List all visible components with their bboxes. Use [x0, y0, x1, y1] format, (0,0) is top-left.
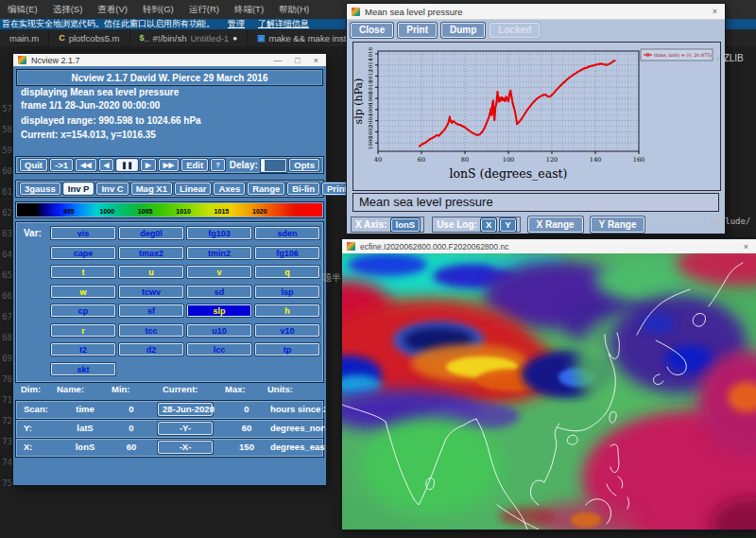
y-range-button[interactable]: Y Range: [591, 217, 645, 233]
menu-item-5[interactable]: 终端(T): [227, 4, 271, 16]
var-button-lsp[interactable]: lsp: [255, 286, 319, 298]
transport-help-button[interactable]: ?: [211, 159, 225, 171]
plot-locked-button[interactable]: Locked: [490, 23, 540, 38]
var-button-tmax2[interactable]: tmax2: [119, 247, 183, 259]
maximize-icon[interactable]: □: [295, 56, 300, 65]
variable-grid: visdeg0lfg103sdencapetmax2tmin2fg106tuvq…: [51, 227, 319, 375]
var-button-u10[interactable]: u10: [187, 324, 251, 337]
transport-quit-button[interactable]: Quit: [20, 159, 47, 171]
var-button-deg0l[interactable]: deg0l: [119, 227, 183, 239]
plot-close-button[interactable]: Close: [351, 23, 393, 38]
transport-fast-forward-button[interactable]: ▶▶: [159, 159, 180, 171]
var-button-sden[interactable]: sden: [255, 227, 319, 239]
map-app-icon: [347, 242, 355, 251]
3gauss-button[interactable]: 3gauss: [20, 182, 60, 195]
log-x-button[interactable]: X: [481, 218, 496, 232]
dim-current-button-time[interactable]: 28-Jun-2020: [158, 403, 213, 416]
plot-content: ClosePrintDumpLocked 4060801001201401601…: [347, 19, 725, 234]
range-button[interactable]: Range: [248, 182, 284, 195]
var-button-t2[interactable]: t2: [51, 343, 115, 356]
menu-item-6[interactable]: 帮助(H): [271, 4, 317, 16]
transport-step-forward-button[interactable]: ▶: [141, 159, 156, 171]
colorbar-gradient[interactable]: 99510001005101010151020: [17, 203, 322, 217]
minimize-icon[interactable]: —: [273, 56, 282, 65]
svg-text:100: 100: [503, 156, 514, 164]
svg-text:80: 80: [461, 156, 469, 164]
var-button-d2[interactable]: d2: [119, 343, 183, 356]
ncview-options-row: 3gaussInv PInv CMag X1LinearAxesRangeBi-…: [15, 180, 324, 198]
explorer-item-zlib[interactable]: › ZLIB: [716, 50, 756, 65]
var-button-lcc[interactable]: lcc: [187, 343, 251, 356]
svg-text:40: 40: [374, 156, 382, 164]
matlab-file-icon: C: [59, 33, 65, 43]
var-button-t[interactable]: t: [51, 266, 115, 278]
menu-item-4[interactable]: 运行(R): [181, 4, 227, 16]
x-axis-dim-button[interactable]: lonS: [391, 218, 421, 232]
dim-header-4: Max:: [225, 384, 246, 394]
dim-row-latS: Y:latS060degrees_nort-Y-: [15, 419, 324, 439]
dim-current-button-lonS[interactable]: -X-: [158, 441, 213, 454]
close-icon[interactable]: ×: [713, 7, 717, 16]
var-button-tcwv[interactable]: tcwv: [119, 286, 183, 298]
var-button-cp[interactable]: cp: [51, 304, 115, 317]
menu-item-1[interactable]: 选择(S): [45, 4, 91, 16]
slp-field-map[interactable]: [342, 253, 756, 529]
line-number: 58: [0, 119, 12, 140]
tab-main-m[interactable]: main.m: [0, 29, 49, 46]
axes-button[interactable]: Axes: [214, 182, 245, 195]
close-icon[interactable]: ×: [314, 56, 318, 65]
menu-item-2[interactable]: 查看(V): [90, 4, 135, 16]
transport-step-back-button[interactable]: ◀: [99, 159, 114, 171]
mag-x1-button[interactable]: Mag X1: [131, 182, 172, 195]
ncview-current-line: Current: x=154.013, y=1016.35: [21, 130, 322, 141]
dim-current-button-latS[interactable]: -Y-: [158, 422, 213, 435]
bi-lin-button[interactable]: Bi-lin: [287, 182, 319, 195]
var-button-cape[interactable]: cape: [51, 247, 115, 259]
var-button-v[interactable]: v: [187, 266, 251, 278]
log-y-button[interactable]: Y: [500, 218, 515, 232]
editor-text-fragment: 题半: [322, 271, 341, 285]
plot-window-title: Mean sea level pressure: [365, 7, 463, 17]
line-number: 61: [0, 182, 12, 202]
var-button-tp[interactable]: tp: [255, 343, 319, 356]
var-button-v10[interactable]: v10: [255, 324, 319, 337]
transport-pause-button[interactable]: ❚❚: [116, 159, 138, 171]
linear-button[interactable]: Linear: [175, 182, 212, 195]
var-button-r[interactable]: r: [51, 324, 115, 337]
transport-edit-button[interactable]: Edit: [181, 159, 208, 171]
var-button-sd[interactable]: sd: [187, 286, 251, 298]
var-button-q[interactable]: q: [255, 266, 319, 278]
var-button-tcc[interactable]: tcc: [119, 324, 183, 337]
delay-input[interactable]: [261, 159, 287, 172]
ncview-title-bar[interactable]: Ncview 2.1.7 — □ ×: [13, 54, 326, 67]
var-button-vis[interactable]: vis: [51, 227, 115, 239]
var-button-tmin2[interactable]: tmin2: [187, 247, 251, 259]
inv-c-button[interactable]: Inv C: [96, 182, 128, 195]
map-title-bar[interactable]: ecfine.I2020062800.000.F2020062800.nc ×: [342, 239, 756, 254]
plot-subtitle: Mean sea level pressure: [352, 193, 719, 212]
menu-item-0[interactable]: 编辑(E): [0, 4, 45, 16]
svg-text:60: 60: [418, 156, 425, 164]
var-button-sf[interactable]: sf: [119, 304, 183, 317]
var-button-h[interactable]: h: [255, 304, 319, 317]
var-button-fg103[interactable]: fg103: [187, 227, 251, 239]
var-button-fg106[interactable]: fg106: [255, 247, 319, 259]
close-icon[interactable]: ×: [744, 242, 748, 252]
plot-title-bar[interactable]: Mean sea level pressure ×: [347, 4, 725, 20]
opts-button[interactable]: Opts: [289, 159, 319, 171]
plot-print-button[interactable]: Print: [398, 23, 437, 38]
transport-to-1-button[interactable]: ->1: [50, 159, 73, 171]
x-range-button[interactable]: X Range: [528, 217, 583, 233]
var-button-skt[interactable]: skt: [51, 363, 115, 375]
line-number: 73: [0, 431, 12, 452]
plot-dump-button[interactable]: Dump: [441, 23, 485, 38]
transport-rewind-button[interactable]: ◀◀: [76, 159, 96, 171]
makefile-icon: ▣: [257, 33, 266, 43]
menu-item-3[interactable]: 转到(G): [135, 4, 181, 16]
var-button-u[interactable]: u: [119, 266, 183, 278]
inv-p-button[interactable]: Inv P: [63, 182, 94, 195]
var-button-w[interactable]: w: [51, 286, 115, 298]
var-button-slp[interactable]: slp: [187, 304, 251, 317]
tab-untitled-1[interactable]: $_#!/bin/shUntitled-1●: [130, 29, 248, 46]
tab-plotfcobs5-m[interactable]: Cplotfcobs5.m: [49, 29, 129, 46]
